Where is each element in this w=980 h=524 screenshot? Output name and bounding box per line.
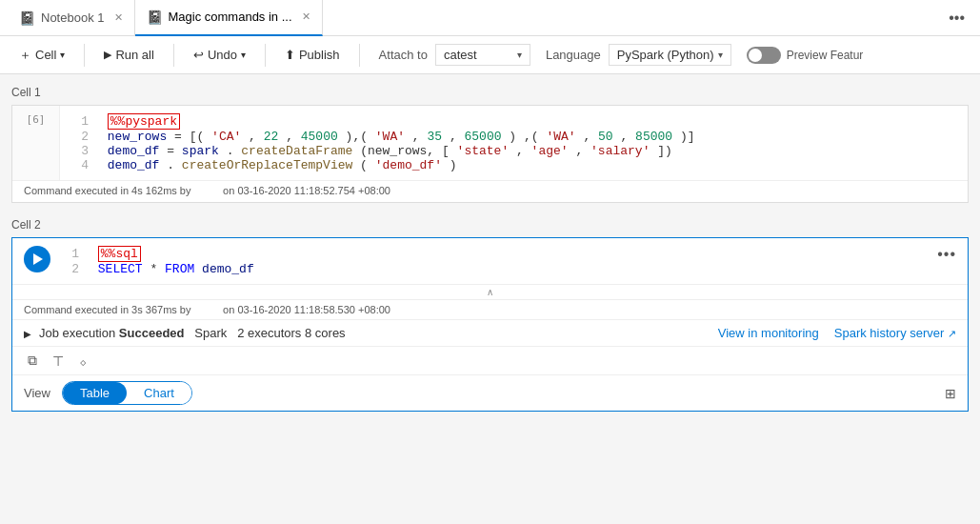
cell2-code-area[interactable]: 1 %%sql 2 SELECT * FROM demo_df bbox=[62, 246, 937, 276]
toolbar: ＋ Cell ▾ ▶ Run all ↩ Undo ▾ ⬆ Publish At… bbox=[0, 36, 980, 74]
language-label: Language bbox=[546, 48, 601, 62]
cell2-label: Cell 2 bbox=[11, 218, 969, 232]
job-text-prefix: Job execution bbox=[39, 326, 115, 340]
undo-icon: ↩ bbox=[193, 48, 204, 62]
cell2-collapse-button[interactable]: ∧ bbox=[12, 284, 968, 299]
cell2-container: 1 %%sql 2 SELECT * FROM demo_df ••• bbox=[11, 237, 969, 412]
cell1-run-index: [6] bbox=[27, 113, 46, 126]
run-all-label: Run all bbox=[115, 48, 153, 62]
attach-chevron-icon: ▾ bbox=[517, 50, 522, 60]
cell2-status-suffix: on 03-16-2020 11:18:58.530 +08:00 bbox=[223, 304, 390, 315]
run-all-button[interactable]: ▶ Run all bbox=[96, 44, 161, 66]
job-text: Job execution Succeeded Spark 2 executor… bbox=[39, 326, 346, 340]
cell-chevron-icon: ▾ bbox=[60, 50, 65, 60]
cell1-status: Command executed in 4s 162ms by on 03-16… bbox=[12, 180, 968, 202]
job-status: Succeeded bbox=[119, 326, 185, 340]
job-spark: Spark bbox=[194, 326, 227, 340]
cell1-user-placeholder bbox=[194, 185, 224, 196]
tab-magic-close[interactable]: ✕ bbox=[302, 10, 310, 23]
cell2-status-text: Command executed in 3s 367ms by bbox=[24, 304, 190, 315]
magic-tab-icon: 📓 bbox=[147, 10, 163, 25]
actions-bar: ⧉ ⊤ ⬦ bbox=[12, 346, 968, 374]
language-value: PySpark (Python) bbox=[617, 48, 714, 62]
cell2-line1: 1 %%sql bbox=[62, 246, 937, 262]
cell2-line2: 2 SELECT * FROM demo_df bbox=[62, 262, 937, 276]
toggle-control[interactable] bbox=[747, 47, 781, 64]
cell1-code-area[interactable]: 1 %%pyspark 2 new_rows = [( 'CA' , 22 , … bbox=[60, 106, 968, 180]
tab-magic-label: Magic commands in ... bbox=[169, 10, 292, 24]
language-chevron-icon: ▾ bbox=[718, 50, 723, 60]
expand-icon[interactable]: ⊞ bbox=[945, 386, 956, 401]
tab-more-button[interactable]: ••• bbox=[941, 10, 972, 27]
attach-dropdown[interactable]: catest ▾ bbox=[435, 44, 530, 66]
tab-notebook1[interactable]: 📓 Notebook 1 ✕ bbox=[8, 0, 135, 36]
filter-icon[interactable]: ⊤ bbox=[49, 352, 68, 371]
external-link-icon: ↗ bbox=[948, 328, 956, 339]
cell2-user-placeholder bbox=[194, 304, 224, 315]
chevron-up-icon: ∧ bbox=[487, 287, 493, 297]
sep3 bbox=[265, 44, 266, 67]
job-links: View in monitoring Spark history server … bbox=[718, 326, 956, 340]
cell1-label: Cell 1 bbox=[11, 86, 969, 99]
cell-label: Cell bbox=[35, 48, 56, 62]
cell2-more-button[interactable]: ••• bbox=[937, 246, 956, 263]
cell1-status-text: Command executed in 4s 162ms by bbox=[24, 185, 190, 196]
sep2 bbox=[173, 44, 174, 67]
job-play-icon bbox=[24, 326, 31, 340]
tab-bar: 📓 Notebook 1 ✕ 📓 Magic commands in ... ✕… bbox=[0, 0, 980, 36]
main-content: Cell 1 [6] 1 %%pyspark 2 new_rows = [( '… bbox=[0, 74, 980, 524]
cell1-magic-cmd: %%pyspark bbox=[108, 113, 180, 130]
run-all-icon: ▶ bbox=[104, 49, 111, 61]
table-view-tab[interactable]: Table bbox=[63, 382, 127, 404]
publish-button[interactable]: ⬆ Publish bbox=[277, 44, 348, 66]
clear-icon[interactable]: ⬦ bbox=[75, 352, 90, 371]
cell1-container: [6] 1 %%pyspark 2 new_rows = [( 'CA' , 2… bbox=[11, 105, 969, 203]
cell1-line2: 2 new_rows = [( 'CA' , 22 , 45000 ),( 'W… bbox=[71, 130, 956, 144]
spark-history-label: Spark history server bbox=[834, 326, 945, 340]
undo-chevron-icon: ▾ bbox=[241, 50, 246, 60]
chart-view-tab[interactable]: Chart bbox=[127, 382, 191, 404]
cell-button[interactable]: ＋ Cell ▾ bbox=[11, 43, 72, 68]
undo-button[interactable]: ↩ Undo ▾ bbox=[186, 44, 253, 66]
notebook-icon: 📓 bbox=[19, 10, 35, 26]
cell1-run-col: [6] bbox=[12, 106, 60, 180]
cell1-line1: 1 %%pyspark bbox=[71, 113, 956, 130]
sep4 bbox=[359, 44, 360, 67]
spark-history-link[interactable]: Spark history server ↗ bbox=[834, 326, 956, 340]
language-dropdown[interactable]: PySpark (Python) ▾ bbox=[609, 44, 731, 66]
publish-label: Publish bbox=[299, 48, 340, 62]
tab-notebook1-close[interactable]: ✕ bbox=[114, 11, 123, 24]
cell1-line4: 4 demo_df . createOrReplaceTempView ( 'd… bbox=[71, 158, 956, 172]
preview-toggle[interactable]: Preview Featur bbox=[747, 47, 864, 64]
cell1-line3: 3 demo_df = spark . createDataFrame (new… bbox=[71, 144, 956, 158]
job-detail: 2 executors 8 cores bbox=[237, 326, 345, 340]
undo-label: Undo bbox=[208, 48, 237, 62]
cell2-run-button[interactable] bbox=[24, 246, 50, 272]
view-bar: View Table Chart ⊞ bbox=[12, 374, 968, 411]
view-label: View bbox=[24, 386, 50, 400]
preview-label: Preview Featur bbox=[787, 49, 864, 62]
cell2-code-header: 1 %%sql 2 SELECT * FROM demo_df ••• bbox=[12, 238, 968, 284]
tab-magic-commands[interactable]: 📓 Magic commands in ... ✕ bbox=[135, 0, 323, 36]
publish-icon: ⬆ bbox=[285, 48, 295, 62]
view-tabs: Table Chart bbox=[62, 381, 192, 405]
sep1 bbox=[84, 44, 85, 67]
cell2-status: Command executed in 3s 367ms by on 03-16… bbox=[12, 299, 968, 319]
job-bar: Job execution Succeeded Spark 2 executor… bbox=[12, 319, 968, 346]
view-right: ⊞ bbox=[945, 386, 956, 401]
tab-notebook1-label: Notebook 1 bbox=[41, 10, 105, 25]
attach-value: catest bbox=[444, 48, 477, 62]
cell1-body: [6] 1 %%pyspark 2 new_rows = [( 'CA' , 2… bbox=[12, 106, 968, 180]
cell1-status-suffix: on 03-16-2020 11:18:52.754 +08:00 bbox=[223, 185, 390, 196]
cell2-magic-cmd: %%sql bbox=[98, 246, 141, 262]
plus-icon: ＋ bbox=[19, 47, 31, 64]
copy-icon[interactable]: ⧉ bbox=[24, 351, 41, 371]
view-monitoring-link[interactable]: View in monitoring bbox=[718, 326, 819, 340]
attach-to-label: Attach to bbox=[379, 48, 428, 62]
